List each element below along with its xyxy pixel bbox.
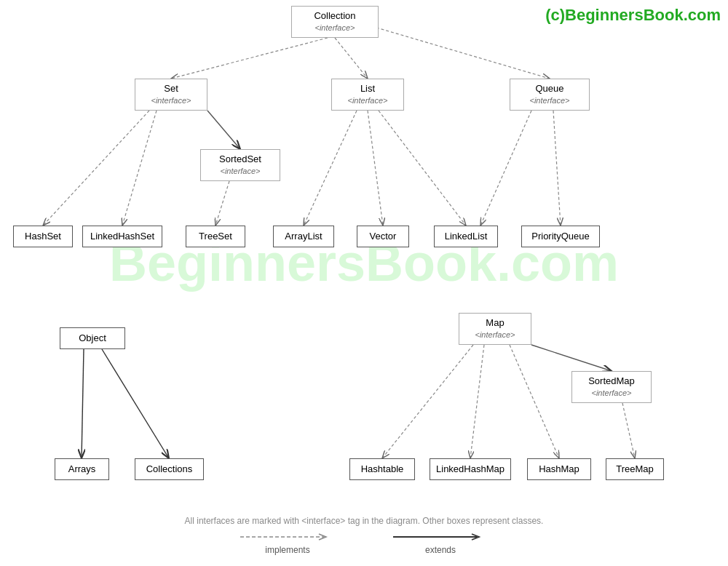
svg-line-4 bbox=[43, 111, 149, 226]
node-hashset: HashSet bbox=[13, 226, 73, 247]
svg-line-5 bbox=[122, 111, 157, 226]
svg-line-18 bbox=[622, 403, 635, 458]
node-arraylist: ArrayList bbox=[273, 226, 334, 247]
node-treemap: TreeMap bbox=[606, 458, 664, 480]
node-label-queue: <interface> bbox=[529, 95, 569, 105]
node-priorityqueue: PriorityQueue bbox=[521, 226, 600, 247]
node-sortedmap: SortedMap<interface> bbox=[571, 371, 652, 403]
node-linkedlist: LinkedList bbox=[434, 226, 498, 247]
node-label-hashtable: Hashtable bbox=[361, 458, 404, 480]
node-label-map: Map bbox=[486, 317, 504, 330]
node-label-collections: Collections bbox=[146, 458, 193, 480]
node-queue: Queue<interface> bbox=[510, 79, 590, 111]
node-label-set: <interface> bbox=[151, 95, 191, 105]
node-list: List<interface> bbox=[331, 79, 404, 111]
node-label-queue: Queue bbox=[535, 83, 563, 95]
node-set: Set<interface> bbox=[135, 79, 207, 111]
node-label-list: List bbox=[360, 83, 375, 95]
implements-label: implements bbox=[265, 545, 309, 555]
node-map: Map<interface> bbox=[459, 313, 531, 345]
svg-line-9 bbox=[379, 111, 466, 226]
node-object: Object bbox=[60, 327, 125, 349]
node-label-arrays: Arrays bbox=[68, 458, 96, 480]
extends-label: extends bbox=[425, 545, 456, 555]
node-label-linkedhashset: LinkedHashSet bbox=[90, 226, 154, 247]
node-label-map: <interface> bbox=[475, 330, 515, 340]
svg-line-17 bbox=[510, 345, 559, 458]
node-linkedhashset: LinkedHashSet bbox=[82, 226, 162, 247]
node-label-priorityqueue: PriorityQueue bbox=[531, 226, 589, 247]
node-label-treemap: TreeMap bbox=[616, 458, 654, 480]
node-label-collection: Collection bbox=[314, 10, 355, 23]
node-treeset: TreeSet bbox=[186, 226, 245, 247]
node-arrays: Arrays bbox=[55, 458, 109, 480]
node-collections: Collections bbox=[135, 458, 204, 480]
node-collection: Collection<interface> bbox=[291, 6, 379, 38]
svg-line-12 bbox=[82, 349, 84, 458]
legend-extends: extends bbox=[393, 530, 488, 555]
node-label-sortedset: <interface> bbox=[220, 166, 260, 176]
svg-line-15 bbox=[382, 345, 473, 458]
svg-line-13 bbox=[102, 349, 169, 458]
svg-line-10 bbox=[480, 111, 531, 226]
svg-line-2 bbox=[357, 22, 550, 79]
node-label-arraylist: ArrayList bbox=[285, 226, 322, 247]
svg-line-16 bbox=[470, 345, 484, 458]
node-label-sortedmap: SortedMap bbox=[588, 375, 635, 388]
svg-line-11 bbox=[553, 111, 561, 226]
node-sortedset: SortedSet<interface> bbox=[200, 149, 280, 181]
node-label-sortedmap: <interface> bbox=[591, 388, 631, 398]
svg-line-1 bbox=[335, 38, 368, 79]
node-label-object: Object bbox=[79, 327, 106, 349]
node-label-treeset: TreeSet bbox=[199, 226, 232, 247]
node-label-linkedhashmap: LinkedHashMap bbox=[436, 458, 505, 480]
node-label-linkedlist: LinkedList bbox=[445, 226, 488, 247]
diagram-container: (c)BeginnersBook.com BeginnersBook.com bbox=[0, 0, 728, 566]
node-label-hashset: HashSet bbox=[25, 226, 61, 247]
node-label-collection: <interface> bbox=[314, 23, 355, 33]
node-linkedhashmap: LinkedHashMap bbox=[430, 458, 511, 480]
extends-line-icon bbox=[393, 530, 488, 543]
svg-line-7 bbox=[304, 111, 357, 226]
node-label-list: <interface> bbox=[347, 95, 387, 105]
node-label-vector: Vector bbox=[370, 226, 397, 247]
legend: implements extends bbox=[240, 530, 488, 555]
node-hashtable: Hashtable bbox=[349, 458, 415, 480]
svg-line-0 bbox=[171, 38, 328, 79]
implements-line-icon bbox=[240, 530, 335, 543]
svg-line-8 bbox=[368, 111, 383, 226]
node-hashmap: HashMap bbox=[527, 458, 591, 480]
node-label-sortedset: SortedSet bbox=[219, 154, 261, 166]
brand-label: (c)BeginnersBook.com bbox=[545, 6, 721, 25]
footer-text: All interfaces are marked with <interfac… bbox=[185, 516, 544, 526]
svg-line-3 bbox=[207, 111, 240, 149]
node-label-hashmap: HashMap bbox=[539, 458, 579, 480]
svg-line-14 bbox=[531, 345, 612, 371]
node-vector: Vector bbox=[357, 226, 409, 247]
legend-implements: implements bbox=[240, 530, 335, 555]
svg-line-6 bbox=[215, 181, 229, 226]
node-label-set: Set bbox=[164, 83, 178, 95]
